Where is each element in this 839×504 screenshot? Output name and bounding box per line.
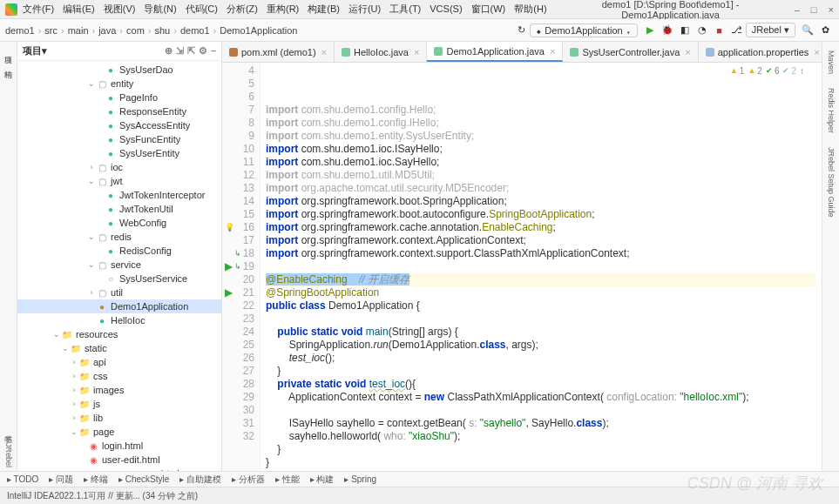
bookmarks-tab[interactable]: 书签 [1,426,16,433]
tree-row[interactable]: ›lib [17,411,221,425]
settings-gear-icon[interactable]: ⚙ [199,45,207,57]
breadcrumb-item[interactable]: main [68,25,89,36]
editor-tab[interactable]: Demo1Application.java× [427,42,563,62]
jrebel-selector[interactable]: JRebel ▾ [746,23,795,37]
tree-row[interactable]: ›ioc [17,160,221,174]
collapse-icon[interactable]: ⇱ [187,45,195,57]
right-tab[interactable]: JRebel Setup Guide [825,144,837,221]
coverage-button[interactable]: ◧ [678,24,692,37]
editor-tab[interactable]: application.properties× [699,42,822,62]
breadcrumb-item[interactable]: Demo1Application [220,25,297,36]
search-icon[interactable]: 🔍 [801,24,815,37]
line-gutter[interactable]: 456789101112131415💡1617↳18▶↳1920▶2122232… [222,63,260,471]
expand-icon[interactable]: ⇲ [176,45,184,57]
git-button[interactable]: ⎇ [730,24,744,37]
stop-button[interactable]: ■ [713,24,727,37]
tree-row[interactable]: ›images [17,383,221,397]
menu-item[interactable]: 分析(Z) [227,3,258,14]
tree-row[interactable]: ›util [17,286,221,299]
run-config-selector[interactable]: ⬥ Demo1Application ▾ [530,24,637,37]
tree-row[interactable]: PageInfo [17,91,221,104]
profile-button[interactable]: ◔ [695,24,709,37]
tree-row[interactable]: Demo1Application [17,299,221,313]
menu-item[interactable]: 运行(U) [348,3,381,14]
bottom-tab[interactable]: ▸ 分析器 [232,474,265,486]
project-tab[interactable]: 项目 [1,47,16,54]
tree-row[interactable]: ›js [17,397,221,411]
tree-row[interactable]: ⌄redis [17,230,221,244]
menu-item[interactable]: 重构(R) [267,3,299,14]
editor-tab[interactable]: HelloIoc.java× [335,42,427,62]
debug-button[interactable]: 🐞 [660,24,674,37]
menu-item[interactable]: 工具(T) [389,3,421,14]
tree-row[interactable]: ⌄service [17,258,221,272]
bottom-tab[interactable]: ▸ CheckStyle [118,474,169,484]
breadcrumb-item[interactable]: java [98,25,116,36]
tree-row[interactable]: ›api [17,355,221,369]
tree-row[interactable]: ⌄entity [17,77,221,91]
close-button[interactable]: × [829,4,834,15]
status-message[interactable]: IntelliJ IDEA2022.1.1可用 // 更新... (34 分钟 … [7,490,198,502]
breadcrumb-item[interactable]: demo1 [180,25,210,36]
settings-icon[interactable]: ✿ [818,24,832,37]
tree-row[interactable]: SysUserDao [17,63,221,77]
menu-item[interactable]: 构建(B) [308,3,340,14]
structure-tab[interactable]: 结构 [1,61,16,68]
tree-row[interactable]: ⌄resources [17,327,221,341]
minimize-button[interactable]: – [795,4,800,15]
menu-item[interactable]: 帮助(H) [514,3,546,14]
menu-item[interactable]: 视图(V) [104,3,136,14]
breadcrumb-item[interactable]: com [126,25,145,36]
menu-item[interactable]: 文件(F) [23,3,54,14]
editor-tabs[interactable]: pom.xml (demo1)×HelloIoc.java×Demo1Appli… [222,42,822,63]
tree-row[interactable]: ⌄jwt [17,174,221,188]
menu-item[interactable]: 编辑(E) [63,3,95,14]
tree-row[interactable]: user-edit.html [17,453,221,467]
tree-row[interactable]: JwtTokenUtil [17,202,221,216]
tree-row[interactable]: ›css [17,369,221,383]
hide-icon[interactable]: – [211,45,216,57]
main-menu[interactable]: 文件(F)编辑(E)视图(V)导航(N)代码(C)分析(Z)重构(R)构建(B)… [23,3,556,16]
inspection-badges[interactable]: 1 2 6 2 ↕ [730,64,804,77]
tree-row[interactable]: ⌄static [17,341,221,355]
editor-tab[interactable]: pom.xml (demo1)× [222,42,335,62]
sync-icon[interactable]: ↻ [514,24,528,37]
menu-item[interactable]: 窗口(W) [471,3,506,14]
menu-item[interactable]: VCS(S) [430,3,462,14]
bottom-tab[interactable]: ▸ 问题 [49,474,73,486]
breadcrumb[interactable]: demo1›src›main›java›com›shu›demo1›Demo1A… [5,25,298,36]
status-bar: IntelliJ IDEA2022.1.1可用 // 更新... (34 分钟 … [0,487,839,504]
bottom-tab[interactable]: ▸ 终端 [84,474,108,486]
tree-row[interactable]: SysFuncEntity [17,132,221,146]
tree-row[interactable]: SysUserService [17,272,221,286]
select-file-icon[interactable]: ⊕ [165,45,173,57]
run-button[interactable]: ▶ [643,24,657,37]
code-area[interactable]: 1 2 6 2 ↕ import com.shu.demo1.config.He… [260,63,822,471]
tree-row[interactable]: WebConfig [17,216,221,230]
project-tree[interactable]: SysUserDao⌄entityPageInfoResponseEntityS… [17,61,221,471]
menu-item[interactable]: 代码(C) [186,3,218,14]
tree-row[interactable]: ResponseEntity [17,104,221,118]
bottom-tab[interactable]: ▸ TODO [7,474,38,484]
tree-row[interactable]: JwtTokenInterceptor [17,188,221,202]
tree-row[interactable]: SysAccessEntity [17,118,221,132]
breadcrumb-item[interactable]: demo1 [5,25,35,36]
tree-row[interactable]: login.html [17,439,221,453]
bottom-tab[interactable]: ▸ Spring [344,474,376,484]
right-tab[interactable]: Redis Helper [825,84,837,137]
bottom-tool-tabs[interactable]: ▸ TODO▸ 问题▸ 终端▸ CheckStyle▸ 自助建模▸ 分析器▸ 性… [0,471,839,487]
right-tab[interactable]: Maven [825,47,837,77]
jrebel-tab[interactable]: JRebel [3,440,15,471]
editor-tab[interactable]: SysUserController.java× [563,42,698,62]
tree-row[interactable]: RedisConfig [17,244,221,258]
maximize-button[interactable]: □ [811,4,817,15]
tree-row[interactable]: SysUserEntity [17,146,221,160]
menu-item[interactable]: 导航(N) [144,3,176,14]
bottom-tab[interactable]: ▸ 自助建模 [179,474,221,486]
bottom-tab[interactable]: ▸ 构建 [310,474,335,486]
tree-row[interactable]: ⌄page [17,425,221,439]
tree-row[interactable]: HelloIoc [17,313,221,327]
bottom-tab[interactable]: ▸ 性能 [275,474,300,486]
breadcrumb-item[interactable]: src [44,25,58,36]
breadcrumb-item[interactable]: shu [154,25,170,36]
